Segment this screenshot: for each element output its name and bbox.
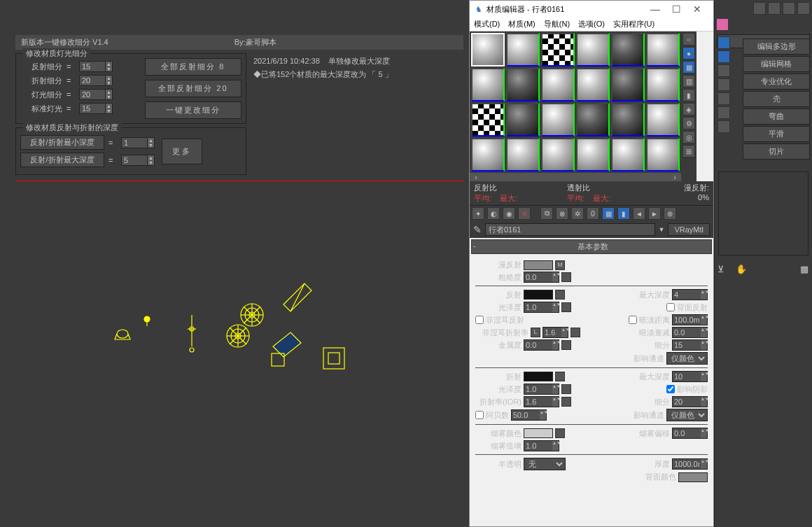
dropper-icon[interactable]: ✎ <box>473 224 482 235</box>
get-material-icon[interactable]: ✦ <box>472 207 484 220</box>
reflect-sub-input[interactable] <box>80 62 105 71</box>
light-sub-input[interactable] <box>80 90 105 99</box>
menu-mode[interactable]: 模式(D) <box>474 19 500 29</box>
video-color-icon[interactable]: ▮ <box>682 89 695 101</box>
sample-slot-10[interactable] <box>576 68 610 101</box>
rp-btn-edit-mesh[interactable]: 编辑网格 <box>743 56 810 72</box>
rp-btn-bend[interactable]: 弯曲 <box>743 108 810 125</box>
box-icon[interactable] <box>322 346 346 370</box>
background-icon[interactable]: ▦ <box>682 61 695 73</box>
light-web-icon-2[interactable] <box>238 301 266 329</box>
fogmult-spinner[interactable]: ▲▼ <box>524 440 559 451</box>
all-reflect-8-button[interactable]: 全部反射细分 8 <box>145 58 241 76</box>
options-icon[interactable]: ⚙ <box>682 117 695 129</box>
one-change-button[interactable]: 一键更改细分 <box>145 101 241 119</box>
rp-icon-1[interactable] <box>753 2 766 15</box>
diffuse-swatch[interactable] <box>524 260 553 270</box>
translucent-select[interactable]: 无 <box>524 458 566 470</box>
maximize-button[interactable]: ☐ <box>666 3 687 15</box>
sample-slot-16[interactable] <box>576 103 610 136</box>
max-depth-button[interactable]: 反射/折射最大深度 <box>20 153 104 167</box>
sample-type-icon[interactable]: ○ <box>682 33 695 45</box>
fresnel-ior-spinner[interactable]: ▲▼ <box>542 327 568 338</box>
material-id-icon[interactable]: 0 <box>587 207 599 220</box>
scroll-right-icon[interactable]: › <box>670 173 680 181</box>
refract-swatch[interactable] <box>524 372 553 381</box>
sample-slot-11[interactable] <box>611 68 645 101</box>
select-by-icon[interactable]: ◎ <box>682 131 695 143</box>
sample-slot-18[interactable] <box>646 103 680 136</box>
sample-slot-24[interactable] <box>646 138 680 171</box>
pick-icon[interactable]: ⊕ <box>664 207 676 220</box>
backlight-icon[interactable]: ● <box>682 47 695 59</box>
min-depth-input[interactable] <box>122 138 147 148</box>
rp-tool-3[interactable] <box>718 64 730 77</box>
dimdist-spinner[interactable]: ▲▼ <box>672 314 708 325</box>
camera-icon[interactable] <box>270 329 304 367</box>
basic-params-rollup[interactable]: -基本参数 <box>471 239 712 254</box>
all-reflect-20-button[interactable]: 全部反射细分 20 <box>145 80 241 97</box>
rp-btn-slice[interactable]: 切片 <box>743 143 810 160</box>
pin-icon[interactable]: ⊻ <box>718 264 732 276</box>
t-gloss-spinner[interactable]: ▲▼ <box>524 384 559 395</box>
put-to-scene-icon[interactable]: ◐ <box>487 207 500 220</box>
more-button[interactable]: 更多 <box>162 139 202 164</box>
rp-btn-pro-opt[interactable]: 专业优化 <box>743 73 810 90</box>
rp-icon-3[interactable] <box>783 2 795 15</box>
max-depth-spinner[interactable]: ▲▼ <box>121 155 155 166</box>
reflect-swatch[interactable] <box>524 290 553 300</box>
rp-btn-shell[interactable]: 壳 <box>743 91 810 107</box>
refract-sub-spinner[interactable]: ▲▼ <box>79 75 113 86</box>
config-icon[interactable]: ▦ <box>800 264 812 276</box>
rp-btn-smooth[interactable]: 平滑 <box>743 126 810 142</box>
sample-slot-2[interactable] <box>506 33 540 66</box>
sample-slot-19[interactable] <box>471 138 505 171</box>
sample-slot-5[interactable] <box>611 33 645 66</box>
rp-icon-4[interactable] <box>797 2 810 15</box>
put-to-library-icon[interactable]: ✲ <box>571 207 584 220</box>
backface-checkbox[interactable] <box>666 303 675 311</box>
sample-scroll-h[interactable]: ‹› <box>470 173 681 181</box>
material-type-button[interactable]: VRayMtl <box>668 223 710 236</box>
go-parent-icon[interactable]: ◄ <box>633 207 645 220</box>
sample-uv-icon[interactable]: ▥ <box>682 75 695 87</box>
sample-slot-13[interactable] <box>471 103 505 136</box>
rp-tool-2[interactable] <box>718 50 730 63</box>
hand-icon[interactable]: ✋ <box>736 264 750 276</box>
sample-slot-9[interactable] <box>541 68 575 101</box>
dropdown-icon[interactable]: ▼ <box>659 226 665 233</box>
fog-swatch[interactable] <box>524 428 553 438</box>
sample-slot-23[interactable] <box>611 138 645 171</box>
min-depth-button[interactable]: 反射/折射最小深度 <box>20 135 104 150</box>
roughness-spinner[interactable]: ▲▼ <box>524 272 559 283</box>
affectsh-checkbox[interactable] <box>666 385 675 393</box>
t-maxdepth-spinner[interactable]: ▲▼ <box>672 371 708 382</box>
sample-slot-20[interactable] <box>506 138 540 171</box>
material-map-icon[interactable]: ⊞ <box>682 145 695 157</box>
rp-btn-edit-poly[interactable]: 编辑多边形 <box>743 38 810 55</box>
make-unique-icon[interactable]: ⊗ <box>556 207 568 220</box>
show-end-icon[interactable]: ▮ <box>617 207 630 220</box>
light-icon-1[interactable] <box>140 314 154 328</box>
sample-slot-3[interactable] <box>541 33 575 66</box>
subdiv-spinner[interactable]: ▲▼ <box>672 339 708 351</box>
thick-spinner[interactable]: ▲▼ <box>672 458 708 470</box>
sample-slot-8[interactable] <box>506 68 540 101</box>
sample-slot-4[interactable] <box>576 33 610 66</box>
abbe-checkbox[interactable] <box>475 411 484 419</box>
sample-slot-21[interactable] <box>541 138 575 171</box>
metal-spinner[interactable]: ▲▼ <box>524 339 559 351</box>
max-depth-input[interactable] <box>122 155 147 165</box>
rp-tool-1[interactable] <box>718 36 730 49</box>
min-depth-spinner[interactable]: ▲▼ <box>121 137 155 148</box>
dimdist-checkbox[interactable] <box>629 316 637 324</box>
camera-target-icon[interactable] <box>280 280 315 315</box>
rp-icon-2[interactable] <box>768 2 780 15</box>
rp-tool-7[interactable] <box>718 120 730 133</box>
sample-slot-12[interactable] <box>646 68 680 101</box>
assign-icon[interactable]: ◉ <box>503 207 515 220</box>
menu-navigation[interactable]: 导航(N) <box>544 19 570 29</box>
abbe-spinner[interactable]: ▲▼ <box>511 409 547 421</box>
fresnel-checkbox[interactable] <box>475 316 484 324</box>
t-affectch-select[interactable]: 仅颜色 <box>666 409 708 421</box>
